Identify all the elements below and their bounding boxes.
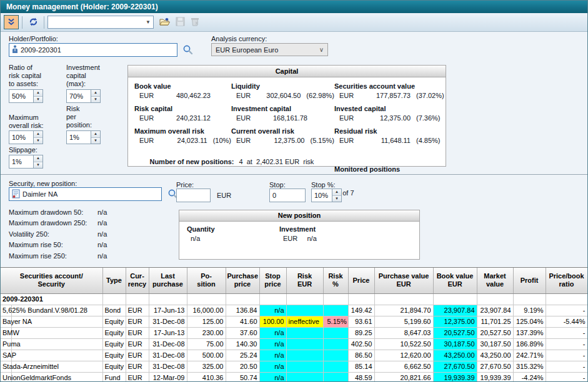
table-cell[interactable]: EUR bbox=[126, 338, 149, 350]
table-cell[interactable] bbox=[323, 293, 348, 305]
table-cell[interactable] bbox=[126, 293, 149, 305]
table-cell[interactable]: n/a bbox=[259, 305, 286, 316]
table-cell[interactable]: 86.50 bbox=[348, 350, 374, 361]
save-button[interactable] bbox=[172, 15, 187, 29]
table-cell[interactable]: 186.89% bbox=[513, 338, 546, 350]
table-cell[interactable] bbox=[477, 293, 513, 305]
table-cell[interactable] bbox=[323, 361, 348, 372]
spin-down-button[interactable]: ▼ bbox=[91, 97, 100, 103]
table-cell[interactable]: 43,250.00 bbox=[433, 350, 477, 361]
table-cell[interactable] bbox=[286, 361, 323, 372]
table-cell[interactable]: n/a bbox=[259, 338, 286, 350]
table-cell[interactable] bbox=[374, 293, 433, 305]
table-cell[interactable]: 125.00 bbox=[187, 316, 226, 327]
table-cell[interactable] bbox=[323, 372, 348, 381]
table-cell[interactable] bbox=[286, 350, 323, 361]
spin-down-button[interactable]: ▼ bbox=[332, 196, 341, 202]
table-cell[interactable] bbox=[323, 338, 348, 350]
table-cell[interactable]: 6,662.50 bbox=[374, 361, 433, 372]
table-cell[interactable]: 12-Mar-09 bbox=[149, 372, 187, 381]
column-header[interactable]: Purchase value EUR bbox=[374, 268, 433, 293]
table-cell[interactable]: 5,199.60 bbox=[374, 316, 433, 327]
column-header[interactable]: Risk EUR bbox=[286, 268, 323, 293]
spin-up-button[interactable]: ▲ bbox=[34, 131, 42, 138]
table-cell[interactable]: EUR bbox=[126, 327, 149, 338]
table-cell[interactable] bbox=[323, 350, 348, 361]
view-combobox[interactable]: ▼ bbox=[47, 16, 154, 29]
delete-button[interactable] bbox=[187, 15, 202, 29]
table-cell[interactable]: 20,527.50 bbox=[477, 327, 513, 338]
table-cell[interactable]: 9.19% bbox=[513, 305, 546, 316]
table-row[interactable]: BMWEquityEUR17-Jun-13230.0037.60n/a89.25… bbox=[1, 327, 587, 338]
table-cell[interactable]: 325.00 bbox=[187, 361, 226, 372]
table-cell[interactable]: 12,620.00 bbox=[374, 350, 433, 361]
table-cell[interactable]: -5.44% bbox=[546, 316, 587, 327]
table-cell[interactable]: 27,670.50 bbox=[477, 361, 513, 372]
column-header[interactable]: Po- sition bbox=[187, 268, 226, 293]
table-cell[interactable] bbox=[149, 293, 187, 305]
table-cell[interactable]: 17-Jun-13 bbox=[149, 327, 187, 338]
spin-down-button[interactable]: ▼ bbox=[34, 138, 42, 144]
table-cell[interactable]: 85.14 bbox=[348, 361, 374, 372]
table-cell[interactable]: - bbox=[546, 305, 587, 316]
table-cell[interactable]: 136.84 bbox=[226, 305, 259, 316]
table-cell[interactable]: Bond bbox=[102, 305, 126, 316]
table-cell[interactable]: 10,522.50 bbox=[374, 338, 433, 350]
table-cell[interactable]: 93.61 bbox=[348, 316, 374, 327]
table-cell[interactable]: Bayer NA bbox=[1, 316, 102, 327]
table-cell[interactable]: 149.42 bbox=[348, 305, 374, 316]
table-cell[interactable]: n/a bbox=[259, 372, 286, 381]
table-cell[interactable]: 25.24 bbox=[226, 350, 259, 361]
table-cell[interactable] bbox=[323, 305, 348, 316]
risk-per-position-spinner[interactable]: 1% ▲▼ bbox=[66, 130, 101, 144]
column-header[interactable]: Price bbox=[348, 268, 374, 293]
table-cell[interactable]: EUR bbox=[126, 361, 149, 372]
table-cell[interactable]: EUR bbox=[126, 316, 149, 327]
table-cell[interactable]: 20.50 bbox=[226, 361, 259, 372]
table-cell[interactable]: - bbox=[546, 361, 587, 372]
table-cell[interactable]: 16,000.00 bbox=[187, 305, 226, 316]
table-cell[interactable]: 19,939.39 bbox=[433, 372, 477, 381]
table-cell[interactable] bbox=[323, 327, 348, 338]
table-cell[interactable]: 30,187.50 bbox=[433, 338, 477, 350]
spin-down-button[interactable]: ▼ bbox=[34, 162, 42, 169]
maximum-overall-risk-spinner[interactable]: 10% ▲▼ bbox=[9, 130, 43, 144]
table-cell[interactable]: 41.60 bbox=[226, 316, 259, 327]
column-header[interactable]: Last purchase bbox=[149, 268, 187, 293]
table-cell[interactable]: 230.00 bbox=[187, 327, 226, 338]
table-cell[interactable]: 23,907.84 bbox=[433, 305, 477, 316]
table-row[interactable]: UnionGeldmarktFondsFundEUR12-Mar-09410.3… bbox=[1, 372, 587, 381]
spin-down-button[interactable]: ▼ bbox=[91, 138, 100, 144]
spin-up-button[interactable]: ▲ bbox=[91, 90, 100, 97]
table-cell[interactable]: n/a bbox=[259, 361, 286, 372]
table-cell[interactable] bbox=[226, 293, 259, 305]
table-cell[interactable]: 19,939.39 bbox=[477, 372, 513, 381]
table-cell[interactable]: 27,670.50 bbox=[433, 361, 477, 372]
table-cell[interactable]: ineffective bbox=[286, 316, 323, 327]
table-cell[interactable]: - bbox=[546, 372, 587, 381]
table-cell[interactable]: Equity bbox=[102, 361, 126, 372]
table-cell[interactable]: 31-Dec-08 bbox=[149, 338, 187, 350]
table-cell[interactable]: - bbox=[546, 327, 587, 338]
investment-capital-max-spinner[interactable]: 70% ▲▼ bbox=[66, 89, 101, 103]
table-cell[interactable]: - bbox=[546, 350, 587, 361]
table-cell[interactable]: 11,701.25 bbox=[477, 316, 513, 327]
table-cell[interactable]: 8,647.03 bbox=[374, 327, 433, 338]
price-input[interactable] bbox=[176, 189, 211, 202]
table-cell[interactable]: 2009-220301 bbox=[1, 293, 102, 305]
table-row[interactable]: PumaEquityEUR31-Dec-0875.00140.30n/a402.… bbox=[1, 338, 587, 350]
table-cell[interactable]: 402.50 bbox=[348, 338, 374, 350]
table-cell[interactable]: 75.00 bbox=[187, 338, 226, 350]
table-row[interactable]: Stada-ArzneimittelEquityEUR31-Dec-08325.… bbox=[1, 361, 587, 372]
table-cell[interactable]: Stada-Arzneimittel bbox=[1, 361, 102, 372]
table-cell[interactable]: 242.71% bbox=[513, 350, 546, 361]
stop-pct-spinner[interactable]: 10% ▲▼ bbox=[311, 189, 342, 202]
table-cell[interactable]: 5,625% Bundanl.V.98/01.28 bbox=[1, 305, 102, 316]
table-cell[interactable]: EUR bbox=[126, 350, 149, 361]
table-cell[interactable]: n/a bbox=[259, 350, 286, 361]
table-row[interactable]: Bayer NAEquityEUR31-Dec-08125.0041.60100… bbox=[1, 316, 587, 327]
table-row[interactable]: SAPEquityEUR31-Dec-08500.0025.24n/a86.50… bbox=[1, 350, 587, 361]
table-cell[interactable]: EUR bbox=[126, 305, 149, 316]
table-cell[interactable] bbox=[433, 293, 477, 305]
spin-up-button[interactable]: ▲ bbox=[34, 155, 42, 162]
